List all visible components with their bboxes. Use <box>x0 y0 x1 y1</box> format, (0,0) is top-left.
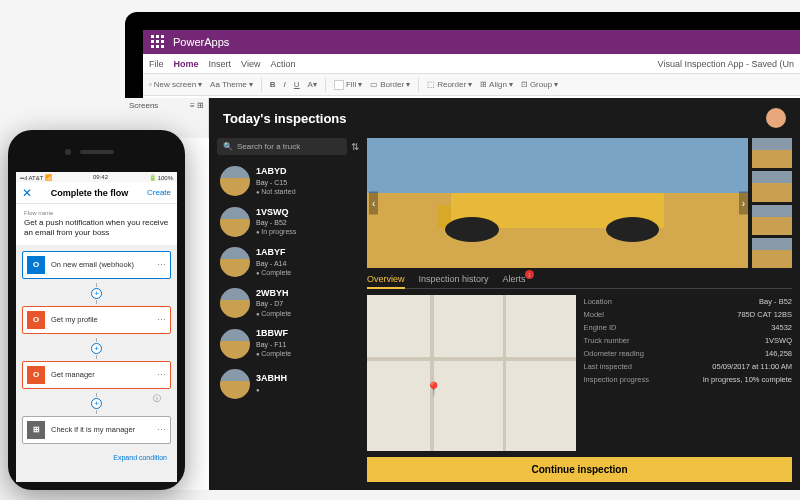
flow-steps: OOn new email (webhook)⋯+OGet my profile… <box>16 245 177 452</box>
expand-condition-link[interactable]: Expand condition <box>16 452 177 463</box>
waffle-icon[interactable] <box>151 35 165 49</box>
step-connector: +ⓘ <box>22 391 171 416</box>
more-icon[interactable]: ⋯ <box>157 260 166 270</box>
align-button[interactable]: ⊞ Align ▾ <box>480 80 513 89</box>
search-input[interactable]: 🔍 Search for a truck <box>217 138 347 155</box>
tab-inspection-history[interactable]: Inspection history <box>419 274 489 285</box>
new-screen-button[interactable]: ▫ New screen ▾ <box>149 80 202 89</box>
more-icon[interactable]: ⋯ <box>157 425 166 435</box>
chevron-left-icon[interactable]: ‹ <box>369 192 378 215</box>
thumbnail-3[interactable] <box>752 205 792 235</box>
document-status: Visual Inspection App - Saved (Un <box>658 59 794 69</box>
flow-name-field[interactable]: Flow name Get a push notification when y… <box>16 204 177 245</box>
spec-row: Model785D CAT 12BS <box>584 308 793 321</box>
truck-list-column: 🔍 Search for a truck ⇅ 1ABYDBay - C15Not… <box>209 138 367 490</box>
add-step-icon[interactable]: + <box>91 343 102 354</box>
more-icon[interactable]: ⋯ <box>157 370 166 380</box>
font-color-button[interactable]: A▾ <box>308 80 317 89</box>
step-connector: + <box>22 336 171 361</box>
spec-row: Engine ID34532 <box>584 321 793 334</box>
tab-insert[interactable]: Insert <box>209 59 232 69</box>
tab-overview[interactable]: Overview <box>367 274 405 289</box>
spec-row: Truck number1VSWQ <box>584 334 793 347</box>
battery-label: 🔋 100% <box>149 174 173 181</box>
close-icon[interactable]: ✕ <box>22 186 32 200</box>
truck-list-item[interactable]: 1ABYDBay - C15Not started <box>217 161 359 202</box>
spec-table: LocationBay - B52Model785D CAT 12BSEngin… <box>584 295 793 451</box>
format-toolbar: ▫ New screen ▾ Aa Theme ▾ B I U A▾ Fill … <box>143 74 800 96</box>
panel-view-icons[interactable]: ≡ ⊞ <box>190 101 204 110</box>
map-pin-icon: 📍 <box>425 381 442 397</box>
search-icon: 🔍 <box>223 142 233 151</box>
flow-step[interactable]: ⊞Check if it is my manager⋯ <box>22 416 171 444</box>
tablet-screen: PowerApps File Home Insert View Action V… <box>143 30 800 490</box>
detail-tabs: Overview Inspection history Alerts1 <box>367 274 792 289</box>
carrier-label: ••ıl AT&T 📶 <box>20 174 52 181</box>
flow-name-value: Get a push notification when you receive… <box>24 218 169 239</box>
spec-row: Last inspected05/09/2017 at 11:00 AM <box>584 360 793 373</box>
connector-icon: ⊞ <box>27 421 45 439</box>
italic-button[interactable]: I <box>284 80 286 89</box>
clock-label: 09:42 <box>93 174 108 180</box>
truck-list-item[interactable]: 2WBYHBay - D7Complete <box>217 283 359 324</box>
info-icon[interactable]: ⓘ <box>153 393 161 404</box>
phone-status-bar: ••ıl AT&T 📶 09:42 🔋 100% <box>16 172 177 182</box>
flow-step[interactable]: OOn new email (webhook)⋯ <box>22 251 171 279</box>
location-map[interactable]: 📍 <box>367 295 576 451</box>
border-button[interactable]: ▭ Border ▾ <box>370 80 410 89</box>
spec-row: Odometer reading146,258 <box>584 347 793 360</box>
thumbnail-1[interactable] <box>752 138 792 168</box>
theme-button[interactable]: Aa Theme ▾ <box>210 80 253 89</box>
more-icon[interactable]: ⋯ <box>157 315 166 325</box>
truck-thumb <box>220 166 250 196</box>
spec-row: Inspection progressIn progress, 10% comp… <box>584 373 793 386</box>
chevron-right-icon[interactable]: › <box>739 192 748 215</box>
user-avatar[interactable] <box>766 108 786 128</box>
truck-thumb <box>220 369 250 399</box>
create-button[interactable]: Create <box>147 188 171 197</box>
truck-list-item[interactable]: 1BBWFBay - F11Complete <box>217 323 359 364</box>
reorder-button[interactable]: ⬚ Reorder ▾ <box>427 80 472 89</box>
flow-step[interactable]: OGet manager⋯ <box>22 361 171 389</box>
tab-home[interactable]: Home <box>174 59 199 69</box>
hero-gallery: ‹ › <box>367 138 792 268</box>
underline-button[interactable]: U <box>294 80 300 89</box>
canvas-heading: Today's inspections <box>223 111 347 126</box>
phone-header: ✕ Complete the flow Create <box>16 182 177 204</box>
thumbnail-2[interactable] <box>752 171 792 201</box>
phone-screen: ••ıl AT&T 📶 09:42 🔋 100% ✕ Complete the … <box>16 172 177 482</box>
truck-list-item[interactable]: 1VSWQBay - B52In progress <box>217 202 359 243</box>
tab-alerts[interactable]: Alerts1 <box>503 274 526 285</box>
page-title: Complete the flow <box>51 188 129 198</box>
fill-button[interactable]: Fill ▾ <box>334 80 362 90</box>
app-titlebar: PowerApps <box>143 30 800 54</box>
truck-thumb <box>220 329 250 359</box>
group-button[interactable]: ⊡ Group ▾ <box>521 80 558 89</box>
tab-file[interactable]: File <box>149 59 164 69</box>
continue-inspection-button[interactable]: Continue inspection <box>367 457 792 482</box>
ribbon-tabs: File Home Insert View Action Visual Insp… <box>143 54 800 74</box>
app-canvas: Today's inspections 🔍 Search for a truck… <box>209 98 800 490</box>
add-step-icon[interactable]: + <box>91 288 102 299</box>
thumbnail-strip <box>752 138 792 268</box>
thumbnail-4[interactable] <box>752 238 792 268</box>
tab-view[interactable]: View <box>241 59 260 69</box>
dump-truck-illustration <box>424 164 691 242</box>
connector-icon: O <box>27 311 45 329</box>
spec-row: LocationBay - B52 <box>584 295 793 308</box>
alert-badge: 1 <box>525 270 534 279</box>
truck-thumb <box>220 288 250 318</box>
truck-list-item[interactable]: 1ABYFBay - A14Complete <box>217 242 359 283</box>
bold-button[interactable]: B <box>270 80 276 89</box>
detail-column: ‹ › Overview Inspection history Alerts1 <box>367 138 800 490</box>
hero-image[interactable] <box>367 138 748 268</box>
step-connector: + <box>22 281 171 306</box>
tablet-device: PowerApps File Home Insert View Action V… <box>125 12 800 490</box>
truck-list-item[interactable]: 3ABHH <box>217 364 359 404</box>
tab-action[interactable]: Action <box>270 59 295 69</box>
screens-panel-label: Screens <box>143 101 158 110</box>
sort-icon[interactable]: ⇅ <box>351 141 359 152</box>
flow-step[interactable]: OGet my profile⋯ <box>22 306 171 334</box>
connector-icon: O <box>27 256 45 274</box>
add-step-icon[interactable]: + <box>91 398 102 409</box>
